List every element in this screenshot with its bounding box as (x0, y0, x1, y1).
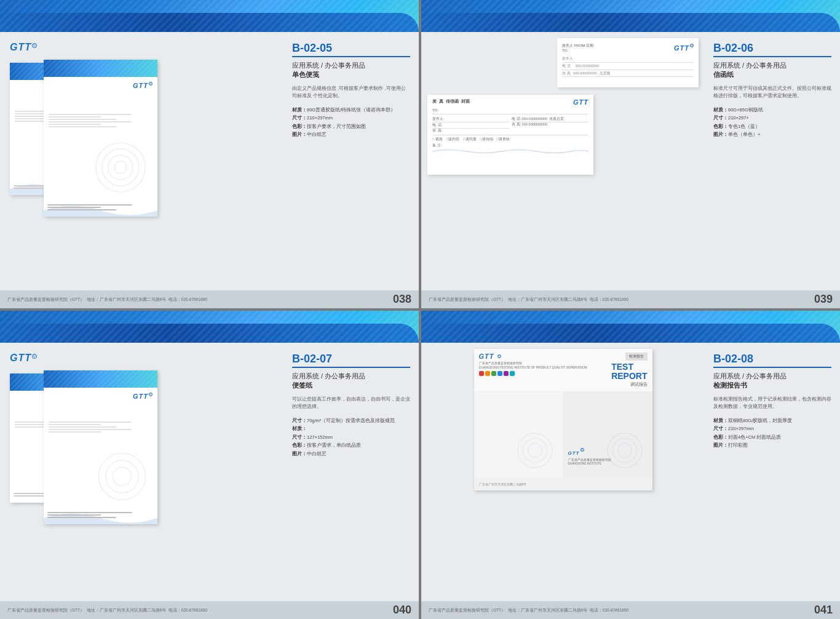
report-big-title: TESTREPORT (611, 362, 647, 381)
report-label-btn: 检测报告 (625, 353, 648, 361)
panel-header-4 (421, 311, 840, 343)
section-category-2: 应用系统 / 办公事务用品 信函纸 (713, 61, 831, 80)
doc-front-3: GTT© (44, 370, 157, 524)
footer-text-3: 广东省产品质量监督检验研究院（GTT） 地址：广东省广州市天河区东圃二马路6号 … (7, 607, 393, 613)
report-header: GTT© 广东省产品质量监督检验研究院 GUANGDONG TESTING IN… (474, 349, 652, 392)
report-body: GTT© 广东省产品质量监督检验研究院GUANGDONG INSTITUTE (474, 392, 652, 478)
footer-text-2: 广东省产品质量监督检验研究院（GTT） 地址：广东省广州市天河区东圃二马路6号 … (429, 297, 814, 302)
info-area-3: B-02-07 应用系统 / 办公事务用品 便签纸 可以让您提高工作效率，自由表… (283, 343, 419, 601)
section-desc-2: 标准尺寸可用于写信或其他正式文件。按照公司标准规格进行排版，可根据客户需求定制使… (713, 85, 831, 100)
doc-stack-1: GTT© (10, 60, 182, 244)
info-area-2: B-02-06 应用系统 / 办公事务用品 信函纸 标准尺寸可用于写信或其他正式… (705, 32, 840, 290)
svg-point-12 (106, 460, 138, 493)
panel-content-3: GTT© GTT© (0, 343, 419, 601)
panel-B-02-07: GTT© GTT© (0, 311, 419, 619)
panel-header-2 (421, 0, 840, 32)
svg-point-6 (108, 155, 133, 180)
page-footer-1: 广东省产品质量监督检验研究院（GTT） 地址：广东省广州市天河区东圃二马路6号 … (0, 290, 419, 308)
report-area: GTT© 广东省产品质量监督检验研究院 GUANGDONG TESTING IN… (421, 343, 705, 601)
panel-content-2: 发件人 FROM 日期 TO: GTT© 发件人 电 话000-00000000… (421, 32, 840, 290)
section-category-3: 应用系统 / 办公事务用品 便签纸 (292, 372, 410, 391)
section-code-3: B-02-07 (292, 353, 410, 368)
doc-watermark-front-1 (90, 137, 151, 198)
gtt-logo-panel1: GTT© (10, 42, 37, 53)
dot-red (479, 371, 484, 376)
section-desc-3: 可以让您提高工作效率，自由表达，自由书写，是企业的理想选择。 (292, 396, 410, 410)
svg-point-4 (96, 143, 145, 192)
section-category-1: 应用系统 / 办公事务用品 单色便笺 (292, 61, 410, 80)
svg-point-18 (612, 438, 636, 462)
fax-forms-area: 发件人 FROM 日期 TO: GTT© 发件人 电 话000-00000000… (421, 32, 705, 290)
report-mock: GTT© 广东省产品质量监督检验研究院 GUANGDONG TESTING IN… (474, 349, 652, 490)
fax-form-large: 发 真 传信函 封面 GTT TO: 发件人: 电 话: 传 真: 电 话: 0… (427, 95, 593, 175)
report-left-panel (474, 392, 563, 478)
section-specs-2: 材质：80G+85G铜版纸 尺寸：210×297+ 色彩：专色1色（蓝） 图片：… (713, 106, 831, 139)
report-watermark-left (513, 429, 557, 472)
section-specs-3: 尺寸：70g/m²（可定制）按需求选色及排版规范 材质： 尺寸：127×152m… (292, 417, 410, 458)
gtt-logo-panel3: GTT (10, 353, 31, 363)
section-specs-4: 材质：双铜纸80G/胶版纸，封面厚度 尺寸：210×297mm 色彩：封面4色+… (713, 417, 831, 450)
info-area-1: B-02-05 应用系统 / 办公事务用品 单色便笺 由定义产品规格信息 ,可根… (283, 32, 419, 290)
doc-stack-3: GTT© (10, 370, 182, 555)
section-code-2: B-02-06 (713, 42, 831, 57)
panel-B-02-06: 发件人 FROM 日期 TO: GTT© 发件人 电 话000-00000000… (421, 0, 840, 308)
report-logo-area: 检测报告 TESTREPORT 调试报告 (611, 353, 647, 388)
info-area-4: B-02-08 应用系统 / 办公事务用品 检测报告书 标准检测报告格式，用于记… (705, 343, 840, 601)
panel-B-02-05: GTT© GTT© (0, 0, 419, 308)
page-footer-4: 广东省产品质量监督检验研究院（GTT） 地址：广东省广州市天河区东圃二马路6号 … (421, 601, 840, 619)
section-desc-1: 由定义产品规格信息 ,可根据客户要求制作 ,可使用公司标准及 个性化定制。 (292, 85, 410, 100)
panel-header-3 (0, 311, 419, 343)
svg-point-16 (528, 444, 541, 457)
dot-orange (485, 371, 490, 376)
section-code-1: B-02-05 (292, 42, 410, 57)
page-num-2: 039 (814, 293, 833, 306)
report-footer: 广东省广州市天河区东圃二马路6号 (474, 478, 652, 490)
svg-point-13 (113, 467, 131, 485)
doc-preview-1: GTT© GTT© (0, 32, 283, 290)
page-num-1: 038 (393, 293, 411, 306)
doc-front-1: GTT© (44, 60, 157, 217)
dot-purple (504, 371, 509, 376)
page-num-4: 041 (814, 604, 833, 617)
dot-green (491, 371, 496, 376)
report-title-block: GTT© 广东省产品质量监督检验研究院 GUANGDONG TESTING IN… (479, 353, 612, 376)
page-footer-2: 广东省产品质量监督检验研究院（GTT） 地址：广东省广州市天河区东圃二马路6号 … (421, 290, 840, 308)
section-code-4: B-02-08 (713, 353, 831, 368)
page-footer-3: 广东省产品质量监督检验研究院（GTT） 地址：广东省广州市天河区东圃二马路6号 … (0, 601, 419, 619)
page-num-3: 040 (393, 604, 411, 617)
footer-text-4: 广东省产品质量监督检验研究院（GTT） 地址：广东省广州市天河区东圃二马路6号 … (429, 607, 814, 613)
dot-blue (497, 371, 502, 376)
doc-watermark-front-3 (93, 447, 151, 506)
fax-form-small: 发件人 FROM 日期 TO: GTT© 发件人 电 话000-00000000… (557, 38, 699, 87)
panel-header-1 (0, 0, 419, 32)
section-specs-1: 材质：80G普通胶版纸/特殊纸张（请咨询本部） 尺寸：210×297mm 色彩：… (292, 106, 410, 139)
section-desc-4: 标准检测报告格式，用于记录检测结果，包含检测内容及检测数据，专业规范使用。 (713, 396, 831, 410)
report-color-dots (479, 371, 612, 376)
doc-preview-3: GTT© GTT© (0, 343, 283, 601)
svg-point-7 (114, 161, 127, 174)
svg-point-15 (523, 438, 547, 462)
footer-text-1: 广东省产品质量监督检验研究院（GTT） 地址：广东省广州市天河区东圃二马路6号 … (7, 297, 393, 302)
section-category-4: 应用系统 / 办公事务用品 检测报告书 (713, 372, 831, 391)
dot-cyan (510, 371, 515, 376)
fax-wave-line (432, 148, 588, 155)
panel-content-1: GTT© GTT© (0, 32, 419, 290)
svg-point-19 (617, 444, 631, 457)
panel-content-4: GTT© 广东省产品质量监督检验研究院 GUANGDONG TESTING IN… (421, 343, 840, 601)
report-right-panel: GTT© 广东省产品质量监督检验研究院GUANGDONG INSTITUTE (563, 392, 652, 478)
report-subtitle: 调试报告 (630, 381, 648, 388)
panel-B-02-08: GTT© 广东省产品质量监督检验研究院 GUANGDONG TESTING IN… (421, 311, 840, 619)
